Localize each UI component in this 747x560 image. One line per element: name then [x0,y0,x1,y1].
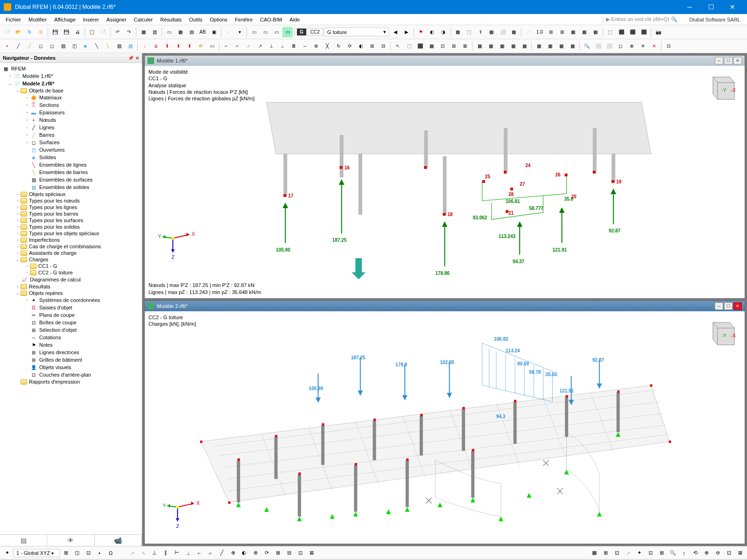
loadcase-code[interactable]: CC2 [307,28,323,36]
tb2-c2[interactable]: ⬚ [404,41,414,51]
tb-btn-10[interactable]: ▭ [271,27,282,37]
menu-cao-bim[interactable]: CAO-BIM [256,15,286,24]
tb-r11[interactable]: ⊞ [557,27,567,37]
menu-inserer[interactable]: Insérer [79,15,103,24]
tb-btn-4[interactable]: AB [197,27,208,37]
tb-btn-9[interactable]: ▭ [260,27,270,37]
loadcase-combo[interactable]: G toiture▾ [324,28,389,36]
bb-s3[interactable]: ⊥ [149,548,160,558]
tree-solides[interactable]: ◈Solides [1,154,141,161]
bb-r8[interactable]: 🔍 [668,548,678,558]
bb-r13[interactable]: ⊡ [724,548,734,558]
bb-coord-combo[interactable]: 1 - Global XYZ ▾ [13,549,60,557]
tb2-b12[interactable]: ⟳ [345,41,355,51]
open-button[interactable]: 📂 [13,27,23,37]
view1-titlebar[interactable]: Modèle 1.rf6* ─ ☐ ✕ [145,56,745,66]
tb-flag[interactable]: ⚑ [416,27,426,37]
tb2-c5[interactable]: ⊡ [437,41,448,51]
tb-cam[interactable]: 📷 [653,27,663,37]
bb-s1[interactable]: ⟋ [127,548,137,558]
tb2-e2[interactable]: ▦ [545,41,555,51]
tree-diag[interactable]: 📈Diagrammes de calcul [1,276,141,283]
tb2-c3[interactable]: ⬛ [415,41,425,51]
tb-cube[interactable]: ⬜ [498,27,508,37]
tree-ouvertures[interactable]: ◫Ouvertures [1,146,141,154]
tb-r6[interactable]: ▦ [486,27,497,37]
tb-btn-6[interactable]: ⟋ [223,27,233,37]
tree-sections[interactable]: ›工Sections [1,101,141,109]
view-button[interactable]: ▥ [149,27,160,37]
tb-cubes3[interactable]: ⬛ [639,27,649,37]
tree-cc1[interactable]: ›CC1 - G [1,263,141,269]
view1-close[interactable]: ✕ [733,57,742,64]
view1-body[interactable]: Mode de visibilité CC1 - G Analyse stati… [145,66,745,298]
tb2-s3[interactable]: ▨ [58,41,68,51]
navigator-tree[interactable]: ▦RFEM ›📄Modèle 1.rf6* ⌄📄Modèle 2.rf6* ⌄O… [0,63,142,534]
bb-r7[interactable]: ⊞ [656,548,667,558]
tb2-s2[interactable]: ◻ [47,41,57,51]
tb2-f5[interactable]: ✕ [638,41,648,51]
tb-cubes[interactable]: ⬛ [616,27,627,37]
nav-tab-view[interactable]: 👁 [47,535,94,546]
tb2-s4[interactable]: ◫ [69,41,79,51]
tb2-line[interactable]: ╱ [13,41,23,51]
tb2-f2[interactable]: ⬜ [604,41,614,51]
bb-s5[interactable]: ⊢ [172,548,182,558]
tb2-b14[interactable]: ⊞ [367,41,377,51]
tree-tb[interactable]: ›Types pour les barres [1,210,141,217]
tb2-node[interactable]: • [2,41,12,51]
tb2-a1[interactable]: ↓ [140,41,150,51]
menu-aide[interactable]: Aide [286,15,303,24]
menu-outils[interactable]: Outils [185,15,206,24]
tb2-b11[interactable]: ↻ [333,41,344,51]
tb2-b4[interactable]: ↗ [255,41,265,51]
tree-grilles[interactable]: ⊞Grilles de bâtiment [1,356,141,364]
tree-tl[interactable]: ›Types pour les lignes [1,204,141,210]
bb-s10[interactable]: ⊕ [228,548,238,558]
menu-fenetre[interactable]: Fenêtre [231,15,256,24]
tb2-c1[interactable]: ↖ [393,41,403,51]
bb-r11[interactable]: ⊕ [701,548,712,558]
tree-ens-surfaces[interactable]: ▨Ensembles de surfaces [1,176,141,183]
tb-r8[interactable]: ⟋ [523,27,534,37]
tb-select[interactable]: ⬚ [605,27,615,37]
bb-r10[interactable]: ⟲ [690,548,700,558]
tb-r5[interactable]: ⬆ [475,27,486,37]
tb-r7[interactable]: ▦ [509,27,519,37]
menu-resultats[interactable]: Résultats [156,15,185,24]
tb2-e4[interactable]: ▦ [567,41,578,51]
tree-tn[interactable]: ›Types pour les nœuds [1,197,141,204]
menu-modifier[interactable]: Modifier [25,15,50,24]
bb-r12[interactable]: ⊖ [712,548,723,558]
view2-max[interactable]: ☐ [724,302,733,310]
tb-cubes2[interactable]: ⬛ [627,27,638,37]
tree-imp[interactable]: ›Imperfections [1,237,141,243]
undo-button[interactable]: ↶ [113,27,123,37]
tb2-a6[interactable]: ⟳ [196,41,206,51]
grid-button[interactable]: ▦ [138,27,148,37]
tree-cot[interactable]: ↔Cotations [1,334,141,341]
bb-2[interactable]: ◫ [72,548,82,558]
tb2-b6[interactable]: ⟂ [277,41,288,51]
tree-noeuds[interactable]: ›•Nœuds [1,116,141,124]
tb2-bar[interactable]: ╱ [24,41,35,51]
nav-close-icon[interactable]: ✕ [135,56,139,61]
tb2-zoom[interactable]: 🔍 [582,41,592,51]
bb-r1[interactable]: ▦ [589,548,599,558]
bb-axes[interactable]: ✦ [2,548,12,558]
tree-epaisseurs[interactable]: ›▬Épaisseurs [1,109,141,116]
bb-s7[interactable]: ⌐ [194,548,204,558]
tb-btn-1[interactable]: ▭ [164,27,174,37]
bb-r2[interactable]: ⊞ [600,548,611,558]
tb-btn-2[interactable]: ▦ [175,27,185,37]
tree-root[interactable]: ▦RFEM [1,65,141,72]
tb2-b5[interactable]: ⊥ [266,41,276,51]
view2-body[interactable]: CC2 - G toiture Charges [kN], [kN/m] -Y … [145,311,745,544]
tree-reperes[interactable]: ⌄Objets repères [1,290,141,296]
tree-notes[interactable]: ⚑Notes [1,341,141,349]
tb2-s9[interactable]: ▨ [125,41,135,51]
bb-s2[interactable]: ⟍ [138,548,148,558]
tb2-s5[interactable]: ◈ [80,41,91,51]
view1-min[interactable]: ─ [715,57,723,64]
tb-r4[interactable]: ⬚ [464,27,474,37]
